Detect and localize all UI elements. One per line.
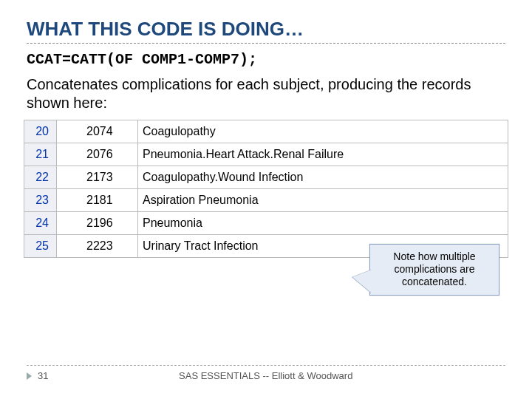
complications: Coagulopathy.Wound Infection <box>138 166 508 189</box>
row-number: 21 <box>24 143 57 166</box>
subject-id: 2196 <box>57 212 138 235</box>
footer-text: SAS ESSENTIALS -- Elliott & Woodward <box>48 370 483 381</box>
slide-title: WHAT THIS CODE IS DOING… <box>27 18 505 41</box>
slide: WHAT THIS CODE IS DOING… CCAT=CATT(OF CO… <box>0 0 532 399</box>
callout-box: Note how multiple complications are conc… <box>369 244 499 296</box>
table-row: 24 2196 Pneumonia <box>24 212 508 235</box>
row-number: 24 <box>24 212 57 235</box>
footer: 31 SAS ESSENTIALS -- Elliott & Woodward <box>27 365 505 381</box>
callout-tail-icon <box>352 270 372 293</box>
subject-id: 2181 <box>57 189 138 212</box>
table-row: 22 2173 Coagulopathy.Wound Infection <box>24 166 508 189</box>
description-text: Concatenates complications for each subj… <box>27 75 505 112</box>
title-divider <box>27 43 505 44</box>
page-number: 31 <box>38 370 48 381</box>
table-row: 23 2181 Aspiration Pneumonia <box>24 189 508 212</box>
row-number: 20 <box>24 120 57 143</box>
footer-divider <box>27 365 505 366</box>
complications: Pneumonia <box>138 212 508 235</box>
row-number: 25 <box>24 235 57 258</box>
row-number: 23 <box>24 189 57 212</box>
code-line: CCAT=CATT(OF COMP1-COMP7); <box>27 51 505 68</box>
subject-id: 2223 <box>57 235 138 258</box>
complications: Coagulopathy <box>138 120 508 143</box>
complications: Aspiration Pneumonia <box>138 189 508 212</box>
table-row: 20 2074 Coagulopathy <box>24 120 508 143</box>
row-number: 22 <box>24 166 57 189</box>
callout-text: Note how multiple complications are conc… <box>393 250 475 287</box>
footer-row: 31 SAS ESSENTIALS -- Elliott & Woodward <box>27 370 505 381</box>
data-table-wrap: 20 2074 Coagulopathy 21 2076 Pneumonia.H… <box>24 120 508 258</box>
table-row: 21 2076 Pneumonia.Heart Attack.Renal Fai… <box>24 143 508 166</box>
subject-id: 2076 <box>57 143 138 166</box>
data-table: 20 2074 Coagulopathy 21 2076 Pneumonia.H… <box>24 120 508 258</box>
advance-arrow-icon <box>27 372 32 380</box>
complications: Pneumonia.Heart Attack.Renal Failure <box>138 143 508 166</box>
subject-id: 2074 <box>57 120 138 143</box>
subject-id: 2173 <box>57 166 138 189</box>
